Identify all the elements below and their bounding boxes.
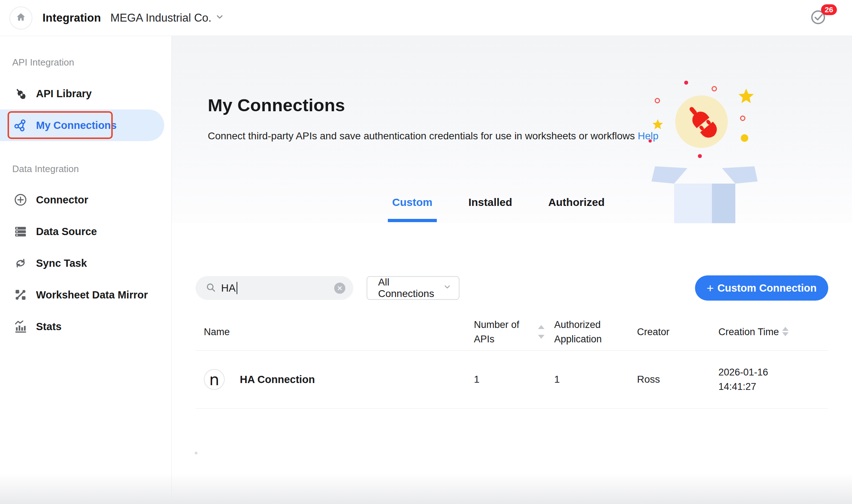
chevron-down-icon bbox=[215, 12, 224, 24]
column-header-name: Name bbox=[204, 325, 474, 339]
page-title: My Connections bbox=[208, 95, 345, 115]
sidebar-item-label: Data Source bbox=[36, 226, 97, 238]
check-circle-icon bbox=[810, 20, 826, 26]
red-dot bbox=[698, 154, 702, 158]
sidebar-item-stats[interactable]: Stats bbox=[0, 311, 171, 342]
star-icon bbox=[737, 87, 755, 105]
column-header-creation-time: Creation Time bbox=[718, 325, 828, 339]
sidebar-item-my-connections[interactable]: My Connections bbox=[0, 109, 164, 141]
org-switcher[interactable]: MEGA Industrial Co. bbox=[110, 12, 224, 24]
yellow-dot bbox=[741, 134, 748, 142]
mirror-percent-icon bbox=[14, 288, 27, 302]
filter-value: All Connections bbox=[378, 276, 443, 300]
org-name: MEGA Industrial Co. bbox=[110, 12, 211, 24]
plus-icon: + bbox=[707, 281, 714, 295]
sort-asc-icon[interactable] bbox=[538, 325, 544, 329]
top-bar: Integration MEGA Industrial Co. 26 bbox=[0, 0, 852, 36]
sidebar-item-label: My Connections bbox=[36, 120, 117, 131]
sidebar-item-label: Worksheet Data Mirror bbox=[36, 289, 148, 301]
connection-logo: n bbox=[204, 369, 225, 390]
sidebar-item-label: Stats bbox=[36, 321, 62, 333]
illustration-circle bbox=[675, 95, 728, 148]
sidebar-item-label: Connector bbox=[36, 194, 88, 206]
sidebar-item-label: API Library bbox=[36, 88, 92, 100]
tab-custom[interactable]: Custom bbox=[392, 196, 432, 209]
sort-desc-icon[interactable] bbox=[782, 332, 789, 336]
plug-illustration-icon bbox=[681, 101, 722, 143]
text-caret bbox=[237, 282, 237, 294]
list-controls: HA All Connections + Custom Connection bbox=[196, 276, 828, 300]
sort-control-creation-time[interactable] bbox=[782, 327, 789, 337]
sidebar-item-sync-task[interactable]: Sync Task bbox=[0, 247, 171, 279]
search-value: HA bbox=[221, 282, 236, 294]
custom-connection-button[interactable]: + Custom Connection bbox=[695, 275, 828, 301]
plus-circle-icon bbox=[14, 193, 27, 207]
sync-refresh-icon bbox=[14, 256, 27, 270]
sidebar-item-worksheet-data-mirror[interactable]: Worksheet Data Mirror bbox=[0, 279, 171, 311]
tab-authorized[interactable]: Authorized bbox=[548, 196, 605, 209]
app-title: Integration bbox=[42, 12, 101, 24]
search-icon bbox=[206, 282, 216, 294]
sidebar-section-data-integration: Data Integration bbox=[0, 163, 171, 175]
ring-dot bbox=[712, 86, 717, 91]
help-link[interactable]: Help bbox=[638, 130, 659, 141]
connections-table: Name Number of APIs Authorized Applicati… bbox=[196, 312, 828, 409]
bar-chart-icon bbox=[14, 320, 27, 333]
main-content: My Connections Connect third-party APIs … bbox=[172, 36, 852, 504]
column-header-authorized-application: Authorized Application bbox=[554, 318, 637, 346]
page-description: Connect third-party APIs and save authen… bbox=[208, 130, 659, 143]
number-of-apis-cell: 1 bbox=[474, 374, 554, 385]
ring-dot bbox=[740, 116, 745, 121]
home-icon bbox=[15, 12, 27, 24]
sidebar: API Integration API Library My Connectio… bbox=[0, 36, 172, 504]
table-row[interactable]: n HA Connection 1 1 Ross 2026-01-16 14:4… bbox=[196, 351, 828, 409]
ring-dot bbox=[655, 98, 660, 103]
connections-tabs: Custom Installed Authorized bbox=[392, 196, 605, 209]
connection-name-cell: n HA Connection bbox=[204, 369, 474, 390]
column-header-number-of-apis: Number of APIs bbox=[474, 318, 554, 346]
column-header-creator: Creator bbox=[637, 325, 718, 339]
creator-cell: Ross bbox=[637, 374, 718, 385]
chevron-down-icon bbox=[443, 282, 452, 294]
stray-dot bbox=[195, 452, 197, 454]
connections-filter-dropdown[interactable]: All Connections bbox=[367, 276, 459, 300]
app-window: Integration MEGA Industrial Co. 26 API I… bbox=[0, 0, 852, 504]
red-dot bbox=[684, 81, 688, 85]
connections-hub-icon bbox=[14, 118, 27, 132]
open-box-illustration bbox=[651, 166, 758, 223]
approval-tasks-button[interactable]: 26 bbox=[810, 9, 826, 25]
table-header-row: Name Number of APIs Authorized Applicati… bbox=[196, 312, 828, 351]
sort-control-apis[interactable] bbox=[538, 324, 545, 340]
clear-search-icon[interactable] bbox=[334, 283, 345, 294]
search-input[interactable]: HA bbox=[196, 276, 353, 300]
page-header: My Connections Connect third-party APIs … bbox=[172, 36, 852, 223]
tab-installed[interactable]: Installed bbox=[468, 196, 512, 209]
home-button[interactable] bbox=[9, 6, 32, 30]
plug-icon bbox=[14, 87, 27, 100]
sidebar-item-api-library[interactable]: API Library bbox=[0, 78, 171, 109]
sidebar-item-connector[interactable]: Connector bbox=[0, 184, 171, 216]
sort-desc-icon[interactable] bbox=[538, 335, 544, 339]
sort-asc-icon[interactable] bbox=[782, 327, 789, 331]
server-stack-icon bbox=[14, 225, 27, 238]
sidebar-section-api-integration: API Integration bbox=[0, 56, 171, 68]
star-icon bbox=[652, 118, 664, 130]
authorized-application-cell: 1 bbox=[554, 374, 637, 385]
notification-badge: 26 bbox=[821, 4, 837, 15]
sidebar-item-data-source[interactable]: Data Source bbox=[0, 216, 171, 247]
creation-time-cell: 2026-01-16 14:41:27 bbox=[718, 365, 828, 394]
sidebar-item-label: Sync Task bbox=[36, 257, 87, 269]
connection-name: HA Connection bbox=[240, 374, 315, 386]
